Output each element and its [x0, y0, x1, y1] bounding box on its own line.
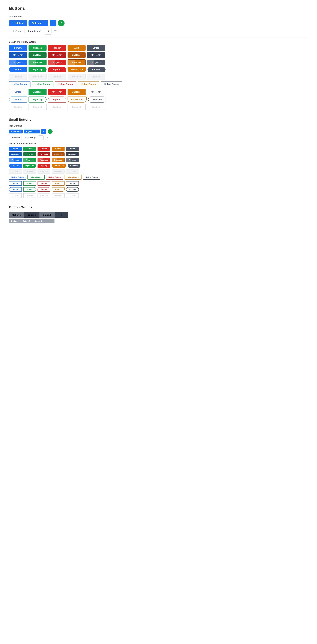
heart-icon-btn[interactable]: ♡	[53, 28, 58, 34]
sm-top-cap-btn[interactable]: Top Cap	[38, 164, 50, 168]
sm-right-icon-btn[interactable]: Right Icon ⋮	[24, 130, 40, 134]
alert-btn[interactable]: Alert	[68, 45, 86, 51]
sm-hollow-rounded[interactable]: Rounded	[66, 187, 79, 192]
sm-danger-btn[interactable]: Button	[38, 147, 50, 151]
hollow-disabled-4: Disabled	[68, 104, 86, 110]
left-cap-btn[interactable]: Left Cap	[9, 67, 27, 72]
progress-success-btn[interactable]: Progress	[28, 60, 46, 65]
sm-progress-danger[interactable]: Progress	[38, 158, 50, 162]
download-icon-btn[interactable]: ⬇	[45, 28, 52, 34]
sm-hover-alert[interactable]: On Hover	[52, 152, 64, 156]
hover-alert-btn[interactable]: On Hover	[68, 52, 86, 58]
sm-hover-primary[interactable]: On Hover	[9, 152, 22, 156]
check-icon-btn[interactable]: ✓	[58, 20, 64, 26]
sm-group-dropdown-btn[interactable]: ▾	[44, 219, 54, 223]
sm-group-option-1[interactable]: Option 1	[9, 219, 21, 223]
sm-outline-success[interactable]: Button	[23, 181, 36, 186]
sm-bottom-cap-btn[interactable]: Bottom Cap	[52, 164, 66, 168]
hollow-right-cap-btn[interactable]: Right Cap	[28, 96, 46, 103]
sm-hollow-caps-row: Button Button Button Button Rounded	[9, 187, 308, 192]
sm-primary-btn[interactable]: Button	[9, 147, 22, 151]
sm-hollow-alert[interactable]: Hollow Button	[64, 175, 82, 180]
sm-right-cap-btn[interactable]: Right Cap	[23, 164, 36, 168]
sm-progress-alert[interactable]: Progress	[52, 158, 64, 162]
outline-dark-btn[interactable]: On Hover	[87, 89, 105, 95]
hollow-success-btn[interactable]: Hollow Button	[32, 81, 54, 87]
sm-hover-dark[interactable]: On Hover	[66, 152, 79, 156]
sm-success-btn[interactable]: Button	[23, 147, 36, 151]
sm-hollow-right-cap[interactable]: Button	[23, 187, 36, 192]
success-btn[interactable]: Success	[28, 45, 46, 51]
progress-alert-btn[interactable]: Progress	[68, 59, 86, 66]
progress-danger-btn[interactable]: Progress	[48, 60, 66, 65]
outline-alert-hover-btn[interactable]: On Hover	[68, 89, 86, 95]
sm-outline-primary[interactable]: Button	[9, 181, 22, 186]
sm-left-cap-btn[interactable]: Left Cap	[9, 164, 22, 168]
group-option-2[interactable]: Option 2	[24, 212, 40, 218]
sm-group-option-3[interactable]: Option 3	[32, 219, 44, 223]
hover-success-btn[interactable]: On Hover	[28, 52, 46, 58]
sm-group-option-2[interactable]: Option 2	[21, 219, 32, 223]
progress-dark-btn[interactable]: Progress	[87, 60, 105, 65]
hover-danger-btn[interactable]: On Hover	[48, 52, 66, 58]
sm-rounded-btn[interactable]: Rounded	[68, 164, 80, 168]
hollow-left-cap-btn[interactable]: Left Cap	[9, 96, 27, 103]
sm-hollow-danger[interactable]: Hollow Button	[46, 175, 63, 180]
group-option-1[interactable]: Option 1	[9, 212, 24, 218]
sm-right-icon-outline-btn[interactable]: Right Icon ◌	[23, 136, 37, 140]
hover-dark-btn[interactable]: On Hover	[87, 52, 105, 58]
primary-btn[interactable]: Primary	[9, 45, 27, 51]
hover-primary-btn[interactable]: On Hover	[9, 52, 27, 58]
sm-hollow-dark[interactable]: Hollow Button	[83, 175, 100, 180]
chevron-down-icon: ▾	[61, 214, 62, 216]
outline-primary-btn[interactable]: Button	[9, 89, 27, 95]
sm-progress-success[interactable]: Progress	[23, 158, 36, 162]
hollow-rounded-btn[interactable]: Rounded	[88, 96, 106, 103]
sm-hover-danger[interactable]: On Hover	[38, 152, 50, 156]
sm-check-icon-btn[interactable]: ✓	[48, 129, 52, 134]
small-buttons-section: Small Buttons Icon Buttons + Left Icon R…	[9, 118, 308, 198]
group-option-3[interactable]: Option 3	[40, 212, 55, 218]
large-button-group: Option 1 Option 2 Option 3 ▾	[9, 212, 68, 218]
right-icon-btn-primary[interactable]: Right Icon ⋮	[28, 20, 48, 26]
button-btn[interactable]: Button	[87, 45, 105, 51]
sm-outline-alert[interactable]: Button	[52, 181, 64, 186]
small-icon-row-2: + Left Icon Right Icon ◌ ⬇ ♡	[9, 136, 308, 140]
hollow-alert-btn[interactable]: Hollow Button	[78, 81, 99, 87]
right-icon-btn-outline[interactable]: Right Icon ◌	[26, 29, 44, 34]
danger-btn[interactable]: Danger	[48, 45, 66, 51]
plus-icon-btn[interactable]: +	[50, 20, 56, 26]
sm-hollow-left-cap[interactable]: Button	[9, 187, 22, 192]
sm-button-btn[interactable]: Button	[66, 147, 79, 151]
progress-primary-btn[interactable]: Progress	[9, 60, 27, 65]
left-icon-btn-primary[interactable]: + Left Icon	[9, 20, 27, 26]
bottom-cap-btn[interactable]: Bottom Cap	[68, 67, 86, 72]
left-icon-btn-outline[interactable]: + Left Icon	[9, 29, 24, 34]
hollow-danger-btn[interactable]: Hollow Button	[55, 81, 76, 87]
sm-outline-danger[interactable]: Button	[38, 181, 50, 186]
sm-left-icon-btn[interactable]: + Left Icon	[9, 130, 23, 134]
sm-progress-dark[interactable]: Progress	[66, 158, 79, 162]
hollow-bottom-cap-btn[interactable]: Bottom Cap	[68, 96, 86, 103]
sm-progress-primary[interactable]: Progress	[9, 158, 22, 162]
sm-alert-btn[interactable]: Button	[52, 147, 64, 151]
sm-hollow-primary[interactable]: Hollow Button	[9, 175, 26, 180]
sm-hollow-top-cap[interactable]: Button	[38, 187, 50, 192]
group-dropdown-btn[interactable]: ▾	[55, 212, 68, 218]
sm-heart-icon-btn[interactable]: ♡	[45, 136, 48, 140]
sm-outline-dark[interactable]: Button	[66, 181, 79, 186]
outline-danger-hover-btn[interactable]: On Hover	[48, 89, 66, 95]
hollow-primary-btn[interactable]: Hollow Button	[9, 81, 30, 87]
sm-hollow-success[interactable]: Hollow Button	[28, 175, 44, 180]
top-cap-btn[interactable]: Top Cap	[48, 67, 66, 72]
sm-download-icon-btn[interactable]: ⬇	[39, 136, 44, 140]
rounded-btn[interactable]: Rounded	[88, 67, 106, 72]
outline-success-hover-btn[interactable]: On Hover	[28, 89, 46, 95]
sm-hollow-bottom-cap[interactable]: Button	[52, 187, 64, 192]
hollow-dark-btn[interactable]: Hollow Button	[101, 81, 122, 87]
sm-hover-success[interactable]: On Hover	[23, 152, 36, 156]
hollow-top-cap-btn[interactable]: Top Cap	[48, 96, 66, 103]
sm-left-icon-outline-btn[interactable]: + Left Icon	[9, 136, 22, 140]
sm-plus-icon-btn[interactable]: +	[42, 129, 46, 134]
right-cap-btn[interactable]: Right Cap	[28, 67, 46, 72]
